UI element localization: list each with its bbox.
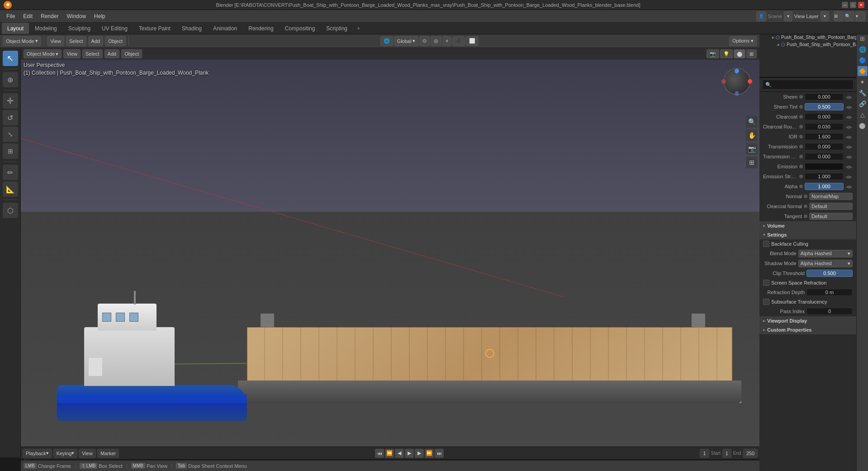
sheen-tint-keyframe-dot[interactable] [799,105,803,109]
tool-add-cube[interactable]: ⬡ [3,203,18,218]
transmission-roughness-arrow[interactable]: ◀▶ [845,154,853,159]
normal-dropdown[interactable]: Normal/Map [809,193,853,200]
ior-value[interactable]: 1.600 [805,133,844,140]
window-controls[interactable]: ─ □ ✕ [842,2,864,8]
tab-rendering[interactable]: Rendering [243,23,279,34]
pass-index-value[interactable]: 0 [806,308,853,315]
clearcoat-arrow[interactable]: ◀▶ [845,114,853,119]
options-btn[interactable]: Options ▾ [729,36,757,46]
keying-menu[interactable]: Keying▾ [53,449,78,458]
view-menu-timeline[interactable]: View [79,449,96,458]
emission-strength-arrow[interactable]: ◀▶ [845,174,853,179]
volume-section-header[interactable]: ▸ Volume [759,221,856,230]
add-menu[interactable]: Add [88,36,104,46]
alpha-value[interactable]: 1.000 [805,183,844,190]
playback-menu[interactable]: Playback▾ [23,449,52,458]
prop-tab-world[interactable]: 🔵 [858,55,868,65]
clearcoat-roughness-arrow[interactable]: ◀▶ [845,124,853,129]
tab-compositing[interactable]: Compositing [280,23,321,34]
snap-btn[interactable]: ⊙ [419,36,430,46]
jump-start-btn[interactable]: ⏮ [375,449,384,458]
tab-shading[interactable]: Shading [176,23,207,34]
normal-dot[interactable] [804,195,807,198]
menu-window[interactable]: Window [63,12,90,21]
prev-keyframe-btn[interactable]: ⏪ [385,449,394,458]
viewport-add-menu[interactable]: Add [104,49,120,58]
viewport-view-menu[interactable]: View [63,49,81,58]
tab-scripting[interactable]: Scripting [321,23,353,34]
emission-color[interactable] [805,163,844,170]
viewport-render-btn[interactable]: ⊞ [746,49,757,58]
toolbar-icon-btn-1[interactable]: ⊞ [834,11,844,21]
zoom-in-btn[interactable]: 🔍 [746,116,758,128]
viewport-display-header[interactable]: ▸ Viewport Display [759,316,856,325]
emission-strength-value[interactable]: 1.000 [805,173,844,180]
xray-btn[interactable]: ⬜ [466,36,479,46]
object-menu[interactable]: Object [105,36,126,46]
transmission-dot[interactable] [799,145,803,148]
view-layer-dropdown[interactable]: ▾ [821,11,829,21]
viewport-object-menu[interactable]: Object [121,49,142,58]
prev-frame-btn[interactable]: ◀ [395,449,404,458]
pan-btn[interactable]: ✋ [746,129,758,141]
clearcoat-roughness-value[interactable]: 0.030 [805,123,844,130]
tool-cursor[interactable]: ⊕ [3,72,18,87]
toolbar-icon-btn-3[interactable]: ▾ [855,11,865,21]
viewport-shading-icon[interactable]: 🌐 [380,36,393,46]
toolbar-icon-btn-2[interactable]: 🔍 [844,11,854,21]
navigation-gizmo[interactable]: Y X Y [719,63,755,100]
transmission-arrow[interactable]: ◀▶ [845,144,853,149]
grid-btn[interactable]: ⊞ [746,157,758,168]
sheen-arrow[interactable]: ◀▶ [845,95,853,100]
select-menu[interactable]: Select [66,36,86,46]
properties-search[interactable] [762,80,854,90]
view-menu[interactable]: View [47,36,64,46]
next-frame-btn[interactable]: ▶ [415,449,424,458]
clearcoat-normal-dropdown[interactable]: Default [809,203,853,210]
mesh-item-1[interactable]: ▸ ⬡ Push_Boat_Ship_with_Pontoon_Barge_Lc [759,33,856,41]
tab-sculpting[interactable]: Sculpting [63,23,96,34]
tool-annotate[interactable]: ✏ [3,165,18,180]
prop-tab-object[interactable]: 🔶 [858,66,868,76]
start-frame[interactable]: 1 [722,449,731,458]
clearcoat-keyframe-dot[interactable] [799,115,803,119]
current-frame[interactable]: 1 [700,449,709,458]
prop-tab-particles[interactable]: ✦ [858,77,868,87]
global-orientation[interactable]: Global▾ [394,36,419,46]
next-keyframe-btn[interactable]: ⏩ [425,449,434,458]
emission-arrow[interactable]: ◀▶ [845,164,853,169]
mode-selector[interactable]: Object Mode ▾ [3,36,41,46]
settings-section-header[interactable]: ▾ Settings [759,230,856,239]
viewport-light-btn[interactable]: 💡 [720,49,733,58]
tab-modeling[interactable]: Modeling [29,23,62,34]
camera-view-btn[interactable]: 📷 [746,143,758,155]
clearcoat-roughness-dot[interactable] [799,125,803,128]
refraction-depth-value[interactable]: 0 m [806,289,853,296]
transform-pivot[interactable]: ⌖ [442,36,451,46]
scene-dropdown[interactable]: ▾ [784,11,792,21]
viewport-camera-btn[interactable]: 📷 [707,49,719,58]
tool-select[interactable]: ↖ [3,51,18,66]
alpha-arrow[interactable]: ◀▶ [845,184,853,189]
menu-help[interactable]: Help [90,12,109,21]
mesh-item-2[interactable]: ▸ ⬡ Push_Boat_Ship_with_Pontoon_Barg [759,41,856,48]
main-viewport[interactable]: User Perspective (1) Collection | Push_B… [21,48,759,457]
clearcoat-value[interactable]: 0.000 [805,113,844,120]
prop-tab-view-layer[interactable]: ⊞ [858,33,868,43]
overlay-btn[interactable]: ⬛ [452,36,465,46]
add-workspace-button[interactable]: + [353,24,364,33]
maximize-button[interactable]: □ [850,2,856,8]
tangent-dot[interactable] [804,214,807,218]
tab-layout[interactable]: Layout [2,23,29,34]
transmission-roughness-dot[interactable] [799,155,803,158]
emission-dot[interactable] [799,165,803,168]
sheen-tint-arrow[interactable]: ◀▶ [845,105,853,109]
emission-strength-dot[interactable] [799,175,803,178]
prop-tab-physics[interactable]: 🔧 [858,88,868,98]
tab-animation[interactable]: Animation [208,23,242,34]
prop-tab-constraints[interactable]: 🔗 [858,99,868,109]
jump-end-btn[interactable]: ⏭ [435,449,444,458]
marker-menu[interactable]: Marker [97,449,119,458]
menu-file[interactable]: File [3,12,19,21]
clip-threshold-value[interactable]: 0.500 [806,270,853,277]
